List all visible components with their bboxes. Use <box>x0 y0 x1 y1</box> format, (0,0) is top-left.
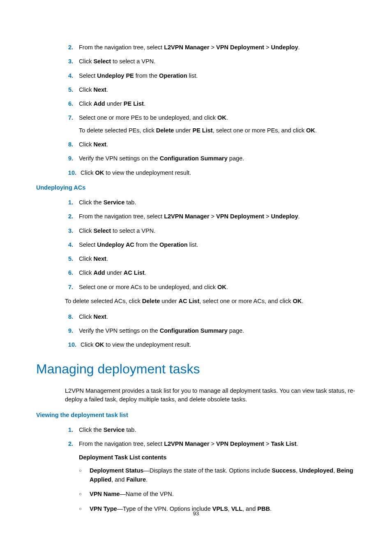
heading-managing-deployment-tasks: Managing deployment tasks <box>36 362 356 377</box>
list-item-number: 3. <box>65 57 79 65</box>
list-item: 4.Select Undeploy PE from the Operation … <box>65 72 356 80</box>
list-item-body: From the navigation tree, select L2VPN M… <box>79 440 356 448</box>
list-item-number: 3. <box>65 227 79 235</box>
bullet-body: Deployment Status—Displays the state of … <box>90 466 356 484</box>
bullet-marker: ○ <box>79 466 90 484</box>
list-item-body: Click Add under PE List. <box>79 100 356 108</box>
list-item-number: 10. <box>65 169 81 177</box>
list-item-number: 5. <box>65 86 79 94</box>
list-item-body: Click OK to view the undeployment result… <box>81 169 356 177</box>
list-item: 3.Click Select to select a VPN. <box>65 57 356 65</box>
bullet-body: VPN Name—Name of the VPN. <box>90 490 356 499</box>
list-item-body: Select one or more PEs to be undeployed,… <box>79 114 356 134</box>
list-item-body: Click Next. <box>79 313 356 321</box>
list-item-number: 4. <box>65 72 79 80</box>
list-item: 6.Click Add under PE List. <box>65 100 356 108</box>
list-item: 6.Click Add under AC List. <box>65 269 356 277</box>
list-item: 1.Click the Service tab. <box>65 426 356 434</box>
document-page: 2.From the navigation tree, select L2VPN… <box>0 0 392 533</box>
managing-intro-paragraph: L2VPN Management provides a task list fo… <box>65 387 356 405</box>
list-item-body: Click Select to select a VPN. <box>79 57 356 65</box>
list-item-number: 6. <box>65 269 79 277</box>
list-item: 8.Click Next. <box>65 313 356 321</box>
undeploy-pe-list: 2.From the navigation tree, select L2VPN… <box>65 43 356 177</box>
list-item-number: 9. <box>65 327 79 335</box>
list-item-body: Select one or more ACs to be undeployed,… <box>79 283 356 291</box>
list-item-number: 7. <box>65 114 79 134</box>
list-item-body: Verify the VPN settings on the Configura… <box>79 327 356 335</box>
list-item-number: 5. <box>65 255 79 263</box>
list-item-body: Click Select to select a VPN. <box>79 227 356 235</box>
heading-viewing-deployment-task-list: Viewing the deployment task list <box>36 412 356 418</box>
list-item: 1.Click the Service tab. <box>65 198 356 206</box>
list-item-number: 10. <box>65 341 81 349</box>
list-item: 5.Click Next. <box>65 86 356 94</box>
list-item-body: Click Add under AC List. <box>79 269 356 277</box>
list-item: 10.Click OK to view the undeployment res… <box>65 341 356 349</box>
list-item: 10.Click OK to view the undeployment res… <box>65 169 356 177</box>
list-item-body: Click Next. <box>79 255 356 263</box>
list-item-body: From the navigation tree, select L2VPN M… <box>79 212 356 220</box>
list-item-subline: To delete selected PEs, click Delete und… <box>79 126 356 134</box>
list-item-body: Click Next. <box>79 86 356 94</box>
list-item-number: 8. <box>65 313 79 321</box>
list-item: 2.From the navigation tree, select L2VPN… <box>65 440 356 448</box>
list-item-number: 9. <box>65 154 79 162</box>
list-item: 3.Click Select to select a VPN. <box>65 227 356 235</box>
list-item-number: 7. <box>65 283 79 291</box>
list-item-number: 1. <box>65 198 79 206</box>
deployment-task-list-contents-heading: Deployment Task List contents <box>79 454 356 461</box>
list-item-number: 2. <box>65 212 79 220</box>
undeploy-ac-list-b: 8.Click Next.9.Verify the VPN settings o… <box>65 313 356 349</box>
list-item-body: Click the Service tab. <box>79 426 356 434</box>
list-item-body: Select Undeploy PE from the Operation li… <box>79 72 356 80</box>
list-item-body: Verify the VPN settings on the Configura… <box>79 154 356 162</box>
list-item: 4.Select Undeploy AC from the Operation … <box>65 241 356 249</box>
list-item-body: Select Undeploy AC from the Operation li… <box>79 241 356 249</box>
view-task-list-steps: 1.Click the Service tab.2.From the navig… <box>65 426 356 448</box>
list-item: 2.From the navigation tree, select L2VPN… <box>65 212 356 220</box>
deployment-task-list-bullets: ○Deployment Status—Displays the state of… <box>36 466 356 514</box>
undeploy-ac-list-a: 1.Click the Service tab.2.From the navig… <box>65 198 356 291</box>
list-item-number: 8. <box>65 140 79 148</box>
list-item-body: Click the Service tab. <box>79 198 356 206</box>
list-item: 8.Click Next. <box>65 140 356 148</box>
list-item-number: 2. <box>65 440 79 448</box>
list-item: 2.From the navigation tree, select L2VPN… <box>65 43 356 51</box>
bullet-marker: ○ <box>79 490 90 499</box>
list-item: 7.Select one or more ACs to be undeploye… <box>65 283 356 291</box>
list-item-body: From the navigation tree, select L2VPN M… <box>79 43 356 51</box>
list-item: 9.Verify the VPN settings on the Configu… <box>65 327 356 335</box>
list-item: 9.Verify the VPN settings on the Configu… <box>65 154 356 162</box>
list-item-number: 6. <box>65 100 79 108</box>
list-item-number: 4. <box>65 241 79 249</box>
heading-undeploying-acs: Undeploying ACs <box>36 184 356 191</box>
bullet-item: ○VPN Name—Name of the VPN. <box>79 490 356 499</box>
list-item-body: Click Next. <box>79 140 356 148</box>
page-number: 93 <box>0 510 392 517</box>
list-item-number: 2. <box>65 43 79 51</box>
list-item: 7.Select one or more PEs to be undeploye… <box>65 114 356 134</box>
list-item: 5.Click Next. <box>65 255 356 263</box>
undeploy-ac-outdent-note: To delete selected ACs, click Delete und… <box>65 297 356 306</box>
list-item-number: 1. <box>65 426 79 434</box>
list-item-body: Click OK to view the undeployment result… <box>81 341 356 349</box>
bullet-item: ○Deployment Status—Displays the state of… <box>79 466 356 484</box>
